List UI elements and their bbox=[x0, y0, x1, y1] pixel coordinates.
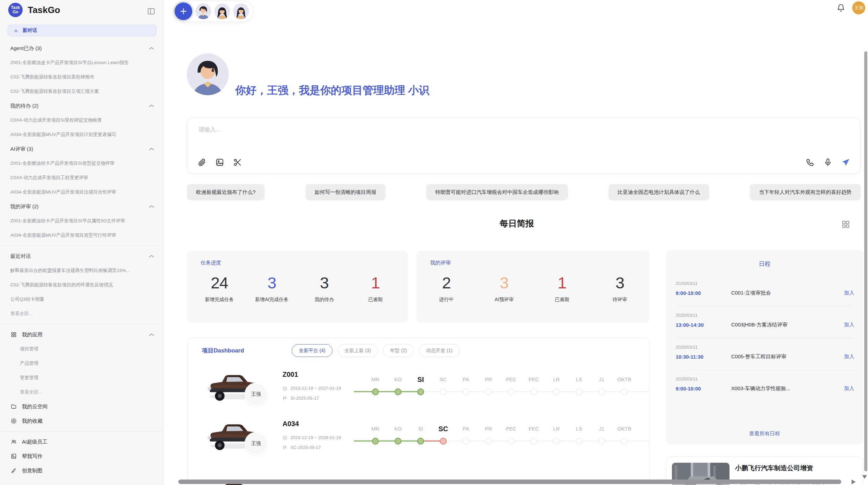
sidebar-content: Agent已办 (3)Z001-全新燃油皮卡产品开发项目SI节点Lesson L… bbox=[0, 41, 164, 485]
suggestion-chip[interactable]: 比亚迪全固态电池计划具体说了什么 bbox=[608, 184, 709, 200]
milestone-label: PA bbox=[455, 423, 477, 435]
join-link[interactable]: 加入 bbox=[844, 353, 854, 360]
milestone-label: SI bbox=[409, 373, 432, 386]
sidebar-item[interactable]: C0X4-动力总成开发项目SI里程碑提交物检查 bbox=[0, 113, 164, 127]
dashboard-tab[interactable]: 动总开发 (1) bbox=[419, 344, 460, 357]
dashboard-tab[interactable]: 年型 (2) bbox=[383, 344, 414, 357]
sidebar-section-header[interactable]: 我的待办 (2) bbox=[0, 99, 164, 113]
view-all-apps[interactable]: 查看全部... bbox=[0, 385, 164, 399]
sidebar-item[interactable]: 公司Q3轻卡销量 bbox=[0, 292, 164, 307]
add-conversation-button[interactable] bbox=[174, 2, 192, 20]
milestone-label: FEC bbox=[522, 423, 545, 435]
suggestion-chip[interactable]: 欧洲新规最近颁布了什么? bbox=[187, 184, 265, 200]
sidebar-item-folder[interactable]: 我的云空间 bbox=[0, 399, 164, 414]
milestone-dot bbox=[508, 388, 515, 395]
new-chat-button[interactable]: ＋ 新对话 bbox=[8, 25, 157, 36]
send-icon[interactable] bbox=[841, 158, 850, 167]
sidebar-tool-item[interactable]: AI超级员工 bbox=[0, 435, 164, 449]
sidebar-item[interactable]: 产品管理 bbox=[0, 356, 164, 371]
sidebar-item-label: AI超级员工 bbox=[22, 439, 154, 445]
sidebar-item[interactable]: 项目管理 bbox=[0, 342, 164, 356]
milestone-label: PR bbox=[477, 423, 500, 435]
sidebar-item[interactable]: Z001-全新燃油轻卡产品开发项目SI造型提交物评审 bbox=[0, 156, 164, 171]
sidebar-item[interactable]: Z001-全新燃油皮卡产品开发项目SI节点Lesson Learn报告 bbox=[0, 55, 164, 70]
milestone-label: LR bbox=[545, 423, 568, 435]
view-all-schedule-link[interactable]: 查看所有日程 bbox=[666, 431, 863, 437]
suggestion-chip[interactable]: 当下年轻人对汽车外观有怎样的喜好趋势 bbox=[750, 184, 861, 200]
dashboard-tab[interactable]: 全新上装 (3) bbox=[337, 344, 378, 357]
new-chat-label: 新对话 bbox=[23, 27, 37, 34]
scroll-right-arrow-icon[interactable] bbox=[852, 480, 856, 484]
sidebar-section-header[interactable]: Agent已办 (3) bbox=[0, 41, 164, 55]
divider bbox=[0, 246, 164, 246]
vertical-scrollbar[interactable] bbox=[864, 51, 867, 471]
milestone-dot bbox=[417, 438, 424, 445]
milestone-tag-text: SC-2025-05-17 bbox=[290, 445, 321, 450]
sidebar-item[interactable]: C02-飞腾新能源轻客改款项目的闭环通告反馈情况 bbox=[0, 278, 164, 292]
scroll-down-arrow-icon[interactable] bbox=[862, 475, 867, 479]
chevron-up-icon[interactable] bbox=[149, 333, 154, 336]
sidebar-item[interactable]: A034-全新新能源MUV产品开发项目造型可行性评审 bbox=[0, 228, 164, 242]
schedule-list: 2025/03/119:00-10:00C001-立项审批会加入2025/03/… bbox=[676, 274, 854, 401]
sidebar-item[interactable]: C02-飞腾新能源轻客改款项目立项汇报方案 bbox=[0, 84, 164, 99]
project-row[interactable]: 王强Z0012023-12-19 ~ 2027-01-19SI-2025-05-… bbox=[202, 368, 639, 419]
sidebar-item[interactable]: C02-飞腾新能源轻客改款项目里程碑画布 bbox=[0, 70, 164, 84]
horizontal-scrollbar[interactable] bbox=[178, 480, 841, 484]
user-avatar[interactable]: 王强 bbox=[852, 1, 865, 14]
view-all-conversations[interactable]: 查看全部... bbox=[0, 307, 164, 321]
chevron-up-icon[interactable] bbox=[149, 104, 154, 107]
suggestion-chip[interactable]: 如何写一份清晰的项目周报 bbox=[305, 184, 386, 200]
chevron-up-icon[interactable] bbox=[149, 205, 154, 208]
sidebar-item[interactable]: C0X4-动力总成开发项目工程变更评审 bbox=[0, 171, 164, 185]
sidebar-item[interactable]: A034-全新新能源MUV产品开发项目法规符合性评审 bbox=[0, 185, 164, 199]
voice-call-icon[interactable] bbox=[806, 158, 815, 167]
sidebar-item-star[interactable]: 我的收藏 bbox=[0, 414, 164, 428]
dashboard-tab[interactable]: 全新平台 (4) bbox=[292, 344, 333, 357]
sidebar-item-my-apps[interactable]: 我的应用 bbox=[0, 327, 164, 342]
join-link[interactable]: 加入 bbox=[844, 290, 854, 296]
schedule-event-title: C001-立项审批会 bbox=[731, 290, 844, 296]
milestone-dot bbox=[462, 438, 469, 445]
join-link[interactable]: 加入 bbox=[844, 322, 854, 328]
sidebar-tool-item[interactable]: 创意制图 bbox=[0, 463, 164, 478]
project-milestone-tag: SC-2025-05-17 bbox=[282, 445, 321, 450]
notification-bell-icon[interactable] bbox=[836, 3, 845, 12]
schedule-item: 2025/03/119:00-10:00C001-立项审批会加入 bbox=[676, 274, 854, 306]
chevron-up-icon[interactable] bbox=[149, 255, 154, 258]
attach-image-icon[interactable] bbox=[215, 158, 224, 167]
schedule-event-title: C003|H0B-方案冻结评审 bbox=[731, 322, 844, 328]
microphone-icon[interactable] bbox=[823, 158, 832, 167]
agent-avatar-3[interactable] bbox=[233, 3, 249, 19]
sidebar-tool-item[interactable]: 帮我写作 bbox=[0, 449, 164, 463]
sidebar-item[interactable]: A034-全新新能源MUV产品开发项目计划变更表编写 bbox=[0, 127, 164, 142]
screenshot-scissors-icon[interactable] bbox=[233, 158, 242, 167]
stat-value: 24 bbox=[204, 273, 235, 292]
pen-icon bbox=[11, 468, 17, 474]
message-input[interactable]: 请输入... bbox=[187, 117, 861, 174]
project-row[interactable]: 王强A0342023-12-19 ~ 2026-01-19SC-2025-05-… bbox=[202, 417, 639, 469]
agent-avatar-2[interactable] bbox=[214, 3, 230, 19]
sidebar-collapse-icon[interactable] bbox=[147, 7, 155, 15]
chevron-up-icon[interactable] bbox=[149, 148, 154, 150]
chevron-up-icon[interactable] bbox=[149, 47, 154, 50]
sidebar-section-header[interactable]: 最近对话 bbox=[0, 249, 164, 263]
stat-value: 2 bbox=[431, 273, 462, 292]
sidebar-section-header[interactable]: AI评审 (3) bbox=[0, 142, 164, 156]
agent-avatar-1[interactable] bbox=[195, 3, 211, 19]
people-icon bbox=[11, 439, 17, 445]
schedule-date: 2025/03/11 bbox=[676, 281, 854, 286]
sidebar-item[interactable]: 解释最新出台的欧盟报废车法规再生塑料比例被调至15%... bbox=[0, 263, 164, 278]
sidebar-item[interactable]: Z001-全新燃油轻卡产品开发项目SI节点属性5D文件评审 bbox=[0, 214, 164, 228]
sidebar-item[interactable]: 变更管理 bbox=[0, 371, 164, 385]
attach-file-icon[interactable] bbox=[197, 158, 206, 167]
app-logo: Task Go TaskGo bbox=[8, 3, 60, 17]
schedule-time: 10:30-11:30 bbox=[676, 354, 731, 360]
dashboard-tabs: 全新平台 (4)全新上装 (3)年型 (2)动总开发 (1) bbox=[292, 344, 460, 357]
schedule-item: 2025/03/119:00-10:00X003-车辆动力学性能验...加入 bbox=[676, 370, 854, 401]
sidebar-section-header[interactable]: 我的评审 (2) bbox=[0, 199, 164, 214]
join-link[interactable]: 加入 bbox=[844, 385, 854, 392]
suggestion-chip[interactable]: 特朗普可能对进口汽车增税会对中国车企造成哪些影响 bbox=[426, 184, 568, 200]
milestone-label: KO bbox=[387, 373, 409, 386]
briefing-layout-grid-icon[interactable] bbox=[841, 220, 850, 229]
milestone-dot bbox=[576, 438, 582, 445]
